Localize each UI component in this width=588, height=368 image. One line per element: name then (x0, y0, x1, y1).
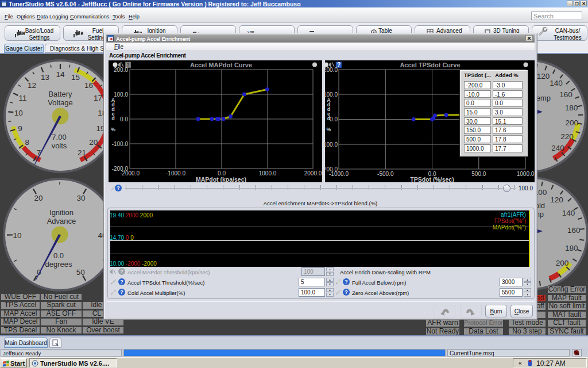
svg-text:180: 180 (565, 103, 578, 112)
svg-text:2000.0: 2000.0 (304, 170, 322, 177)
svg-text:-2000.0: -2000.0 (120, 170, 140, 177)
svg-text:180: 180 (565, 244, 578, 252)
svg-text:140: 140 (562, 209, 575, 217)
svg-text:20: 20 (89, 138, 98, 147)
svg-text:Accel TPSdot Curve: Accel TPSdot Curve (400, 62, 460, 68)
svg-text:volts: volts (52, 141, 67, 150)
svg-text:-100.0: -100.0 (112, 141, 129, 147)
svg-text:220: 220 (560, 132, 574, 141)
svg-text:-1000.0: -1000.0 (329, 171, 349, 177)
svg-text:d: d (327, 116, 331, 121)
svg-text:11: 11 (18, 94, 26, 102)
svg-text:120: 120 (537, 72, 550, 80)
svg-text:d: d (111, 116, 115, 121)
svg-text:13: 13 (41, 73, 49, 82)
svg-text:12: 12 (28, 81, 36, 90)
svg-text:-100.0: -100.0 (322, 141, 338, 148)
svg-text:Ignition: Ignition (49, 208, 74, 217)
svg-text:10: 10 (14, 109, 23, 117)
svg-text:0.0: 0.0 (53, 251, 64, 260)
svg-text:14: 14 (56, 70, 65, 79)
svg-text:1000.0: 1000.0 (259, 170, 277, 177)
svg-text:20: 20 (34, 194, 42, 202)
svg-text:TPSdot (%/sec): TPSdot (%/sec) (410, 176, 454, 182)
svg-text:degrees: degrees (45, 260, 72, 269)
svg-text:Advance: Advance (47, 217, 76, 225)
svg-text:120: 120 (550, 195, 563, 204)
svg-text:Accel MAPdot Curve: Accel MAPdot Curve (190, 62, 252, 68)
svg-text:Battery: Battery (48, 90, 72, 98)
svg-text:30: 30 (77, 194, 86, 202)
svg-text:MAPdot (kpa/sec): MAPdot (kpa/sec) (196, 176, 246, 182)
svg-text:100.0: 100.0 (114, 91, 128, 98)
svg-text:%: % (326, 126, 331, 132)
svg-text:%: % (111, 126, 115, 132)
svg-text:200: 200 (565, 118, 578, 127)
svg-text:17: 17 (94, 94, 102, 102)
svg-text:7.00: 7.00 (52, 133, 66, 141)
svg-text:0.0: 0.0 (330, 116, 338, 122)
svg-text:7: 7 (37, 148, 41, 157)
svg-text:8: 8 (25, 138, 30, 147)
svg-text:500.0: 500.0 (471, 171, 486, 177)
svg-text:200.0: 200.0 (323, 67, 338, 73)
svg-text:10: 10 (13, 231, 21, 240)
svg-text:200: 200 (556, 259, 569, 267)
svg-text:-500.0: -500.0 (377, 171, 394, 177)
svg-text:Voltage: Voltage (48, 98, 72, 107)
svg-text:50: 50 (76, 268, 85, 277)
svg-text:240: 240 (551, 144, 564, 152)
svg-text:160: 160 (567, 226, 581, 235)
svg-text:21: 21 (78, 148, 86, 157)
svg-text:15: 15 (71, 73, 80, 82)
svg-text:16: 16 (84, 81, 93, 90)
svg-text:0.0: 0.0 (120, 116, 128, 122)
svg-text:200.0: 200.0 (114, 67, 128, 73)
svg-text:1000.0: 1000.0 (517, 171, 535, 177)
svg-text:-1000.0: -1000.0 (166, 170, 185, 177)
svg-text:100.0: 100.0 (323, 91, 338, 98)
svg-text:140: 140 (550, 79, 563, 87)
svg-text:9: 9 (18, 124, 22, 133)
svg-text:160: 160 (559, 90, 572, 99)
